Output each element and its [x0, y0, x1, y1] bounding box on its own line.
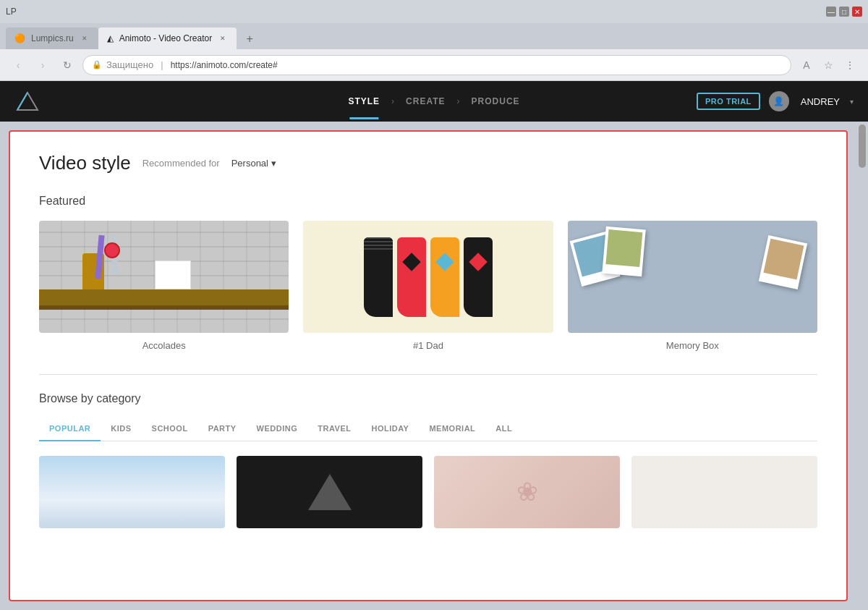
refresh-button[interactable]: ↻: [58, 56, 77, 75]
polaroid-3-image: [763, 239, 804, 280]
tab-label-1: Lumpics.ru: [31, 33, 74, 43]
scrollbar-thumb[interactable]: [859, 124, 866, 168]
style-card-accolades[interactable]: Accolades: [39, 221, 289, 351]
user-avatar: 👤: [769, 91, 789, 111]
shelf-shadow: [39, 305, 289, 310]
browse-title: Browse by category: [39, 392, 817, 405]
recommended-value: Personal: [231, 158, 268, 169]
paper: [155, 260, 191, 289]
polaroid-3: [759, 235, 807, 289]
address-bar: ‹ › ↻ 🔒 Защищено | https://animoto.com/c…: [0, 49, 868, 81]
browser-window: LP — □ ✕ 🟠 Lumpics.ru ✕ ◭ Animoto - Vide…: [0, 0, 868, 610]
cat-tab-school[interactable]: SCHOOL: [142, 418, 198, 441]
medal: [104, 242, 120, 258]
forward-button[interactable]: ›: [33, 56, 52, 75]
address-bar-icons: A ☆ ⋮: [797, 56, 859, 75]
style-label-accolades: Accolades: [39, 340, 289, 351]
sock-1-pattern: [364, 237, 393, 252]
page-title-row: Video style Recommended for Personal ▾: [39, 152, 817, 174]
category-tabs: POPULAR KIDS SCHOOL PARTY WEDDING TRAVEL…: [39, 418, 817, 441]
bottom-card-3[interactable]: ❀: [434, 456, 620, 528]
sock-3: [430, 237, 459, 317]
title-bar-user-label: LP: [6, 7, 17, 17]
page-content: Video style Recommended for Personal ▾ F…: [10, 132, 846, 548]
bottom-card-4[interactable]: [631, 456, 817, 528]
title-bar: LP — □ ✕: [0, 0, 868, 23]
floral-icon: ❀: [516, 477, 538, 507]
cat-tab-wedding[interactable]: WEDDING: [247, 418, 308, 441]
tab-label-2: Animoto - Video Creator: [119, 33, 213, 43]
polaroid-2-image: [605, 229, 642, 267]
tab-bar: 🟠 Lumpics.ru ✕ ◭ Animoto - Video Creator…: [0, 23, 868, 49]
bottom-grid: ❀: [39, 456, 817, 528]
tab-close-2[interactable]: ✕: [218, 33, 228, 43]
section-divider: [39, 374, 817, 375]
protocol-label: Защищено: [106, 59, 153, 70]
nav-step-produce[interactable]: PRODUCE: [466, 93, 526, 109]
cat-tab-popular[interactable]: POPULAR: [39, 418, 101, 441]
mountain-thumb: [237, 456, 422, 528]
sock-4: [464, 237, 493, 317]
sock-4-diamond: [469, 253, 487, 271]
minimize-button[interactable]: —: [826, 7, 836, 17]
style-thumb-accolades: [39, 221, 289, 333]
bottom-card-1[interactable]: [39, 456, 225, 528]
bookmark-icon[interactable]: ☆: [819, 56, 838, 75]
translate-icon[interactable]: A: [797, 56, 816, 75]
tab-favicon-2: ◭: [107, 33, 114, 43]
bottom-card-2[interactable]: [237, 456, 422, 528]
sock-1: [364, 237, 393, 317]
tab-favicon-1: 🟠: [14, 33, 25, 43]
sock-2-diamond: [402, 253, 420, 271]
nav-arrow-2: ›: [457, 96, 460, 106]
recommended-select[interactable]: Personal ▾: [231, 158, 276, 169]
style-thumb-dad: [303, 221, 553, 333]
sock-3-diamond: [435, 253, 454, 271]
url-separator: |: [161, 59, 163, 70]
address-input[interactable]: 🔒 Защищено | https://animoto.com/create#: [82, 55, 791, 75]
user-chevron-icon[interactable]: ▾: [850, 98, 854, 106]
style-thumb-memorybox: [568, 221, 817, 333]
nav-arrow-1: ›: [391, 96, 394, 106]
style-card-dad[interactable]: #1 Dad: [303, 221, 553, 351]
cat-tab-kids[interactable]: KIDS: [101, 418, 141, 441]
pro-trial-button[interactable]: PRO TRIAL: [697, 93, 760, 110]
app-navbar: STYLE › CREATE › PRODUCE PRO TRIAL 👤 AND…: [0, 81, 868, 122]
maximize-button[interactable]: □: [839, 7, 849, 17]
floral-thumb: ❀: [434, 456, 620, 528]
back-button[interactable]: ‹: [9, 56, 27, 75]
svg-line-1: [17, 93, 27, 110]
polaroid-2: [602, 226, 645, 277]
nav-steps: STYLE › CREATE › PRODUCE: [342, 93, 525, 109]
user-name: ANDREY: [801, 96, 840, 107]
lock-icon: 🔒: [92, 60, 102, 69]
clouds-thumb: [39, 456, 225, 528]
nav-step-create[interactable]: CREATE: [400, 93, 451, 109]
tab-lumpics[interactable]: 🟠 Lumpics.ru ✕: [6, 27, 98, 49]
menu-icon[interactable]: ⋮: [841, 56, 859, 75]
cat-tab-all[interactable]: ALL: [485, 418, 522, 441]
cat-tab-memorial[interactable]: MEMORIAL: [419, 418, 485, 441]
scrollbar[interactable]: [856, 122, 868, 610]
cat-tab-travel[interactable]: TRAVEL: [307, 418, 361, 441]
main-content: Video style Recommended for Personal ▾ F…: [0, 122, 868, 610]
shelf: [39, 289, 289, 305]
cat-tab-holiday[interactable]: HOLIDAY: [361, 418, 419, 441]
url-text: https://animoto.com/create#: [171, 60, 278, 70]
style-label-dad: #1 Dad: [303, 340, 553, 351]
featured-grid: Accolades: [39, 221, 817, 351]
nav-step-style[interactable]: STYLE: [342, 93, 386, 109]
app-nav-right: PRO TRIAL 👤 ANDREY ▾: [697, 91, 854, 111]
app-logo[interactable]: [14, 88, 41, 114]
cat-tab-party[interactable]: PARTY: [198, 418, 247, 441]
close-button[interactable]: ✕: [852, 7, 862, 17]
featured-title: Featured: [39, 195, 817, 208]
memory-bg: [568, 221, 817, 333]
tab-animoto[interactable]: ◭ Animoto - Video Creator ✕: [98, 27, 237, 49]
recommended-label: Recommended for: [142, 158, 220, 169]
new-tab-button[interactable]: +: [239, 29, 260, 49]
blank-thumb: [631, 456, 817, 528]
style-card-memorybox[interactable]: Memory Box: [568, 221, 817, 351]
style-label-memorybox: Memory Box: [568, 340, 817, 351]
tab-close-1[interactable]: ✕: [80, 33, 90, 43]
